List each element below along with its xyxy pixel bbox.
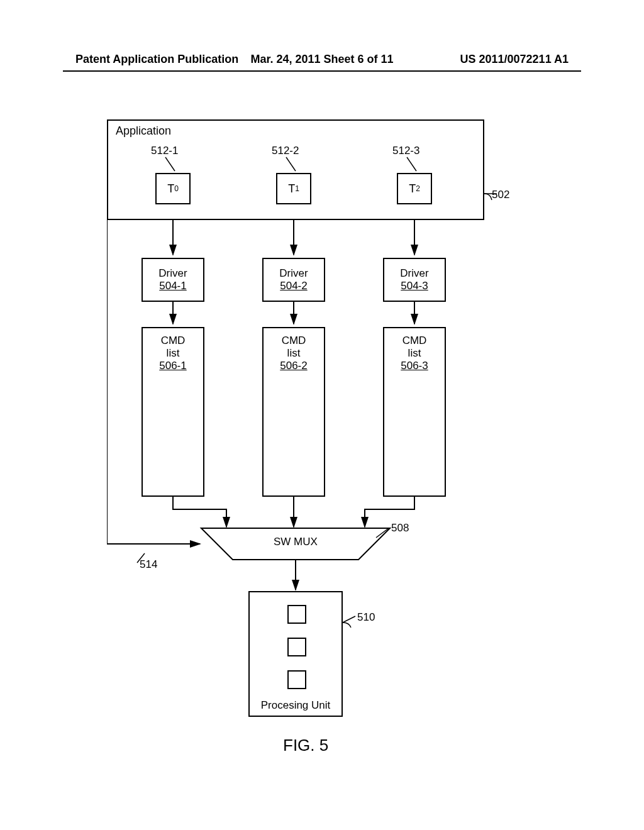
proc-stage-2 bbox=[287, 638, 306, 656]
header-docnum: US 2011/0072211 A1 bbox=[404, 53, 569, 66]
driver-1: Driver 504-1 bbox=[142, 258, 204, 302]
cmdlist-1: CMD list 506-1 bbox=[142, 327, 204, 497]
ref-512-1: 512-1 bbox=[151, 145, 178, 157]
driver-3: Driver 504-3 bbox=[383, 258, 446, 302]
application-box: Application bbox=[107, 119, 484, 220]
proc-label: Procesing Unit bbox=[250, 699, 341, 712]
header-rule bbox=[63, 70, 581, 72]
swmux-label: SW MUX bbox=[274, 536, 318, 548]
figure-5: Application 502 T0 512-1 T1 512-2 T2 512… bbox=[107, 119, 509, 723]
ref-508: 508 bbox=[391, 522, 409, 534]
ref-512-2: 512-2 bbox=[272, 145, 299, 157]
proc-stage-1 bbox=[287, 605, 306, 624]
figure-caption: FIG. 5 bbox=[283, 736, 328, 755]
patent-header: Patent Application Publication Mar. 24, … bbox=[0, 53, 644, 71]
ref-502: 502 bbox=[492, 189, 509, 201]
thread-t0: T0 bbox=[155, 173, 191, 204]
svg-line-17 bbox=[343, 616, 355, 622]
proc-stage-3 bbox=[287, 670, 306, 689]
processing-unit: Procesing Unit bbox=[248, 591, 343, 717]
ref-514: 514 bbox=[140, 558, 157, 571]
ref-510: 510 bbox=[357, 611, 375, 624]
cmdlist-3: CMD list 506-3 bbox=[383, 327, 446, 497]
thread-t2: T2 bbox=[397, 173, 432, 204]
thread-t1: T1 bbox=[276, 173, 311, 204]
ref-512-3: 512-3 bbox=[392, 145, 419, 157]
header-date-sheet: Mar. 24, 2011 Sheet 6 of 11 bbox=[240, 53, 404, 66]
header-publication: Patent Application Publication bbox=[75, 53, 240, 66]
driver-2: Driver 504-2 bbox=[262, 258, 325, 302]
cmdlist-2: CMD list 506-2 bbox=[262, 327, 325, 497]
application-label: Application bbox=[116, 124, 171, 138]
